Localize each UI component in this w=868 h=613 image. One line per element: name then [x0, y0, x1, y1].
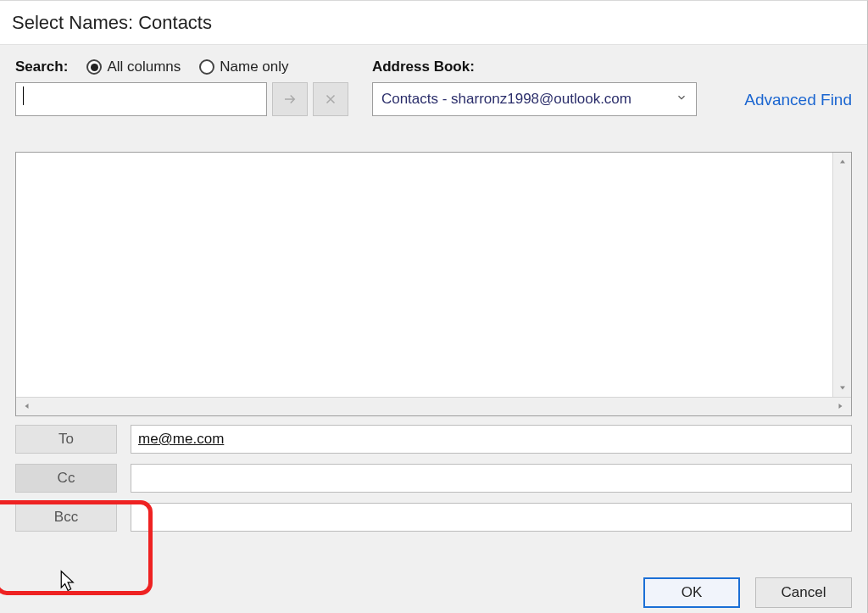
- dialog-title: Select Names: Contacts: [0, 1, 867, 45]
- radio-name-only-label: Name only: [220, 59, 288, 75]
- ok-button[interactable]: OK: [643, 577, 740, 608]
- close-icon: [323, 92, 338, 107]
- radio-dot-icon: [199, 59, 214, 75]
- bcc-button[interactable]: Bcc: [15, 503, 117, 532]
- chevron-down-icon: [676, 91, 687, 108]
- to-field[interactable]: me@me.com: [131, 425, 852, 454]
- search-input[interactable]: [15, 82, 267, 116]
- cc-button[interactable]: Cc: [15, 464, 117, 493]
- radio-dot-selected-icon: [86, 59, 102, 75]
- cc-button-label: Cc: [58, 470, 75, 487]
- horizontal-scrollbar[interactable]: [16, 397, 851, 415]
- arrow-right-icon: [282, 92, 298, 107]
- cancel-button-label: Cancel: [782, 584, 826, 601]
- radio-all-columns[interactable]: All columns: [86, 59, 181, 75]
- to-button[interactable]: To: [15, 425, 117, 454]
- cancel-button[interactable]: Cancel: [755, 577, 852, 608]
- scroll-up-icon[interactable]: [833, 153, 851, 171]
- to-button-label: To: [58, 431, 74, 448]
- address-book-selected: Contacts - sharronz1998@outlook.com: [381, 91, 632, 108]
- scroll-left-icon[interactable]: [16, 398, 38, 415]
- contacts-list[interactable]: [15, 152, 852, 416]
- vertical-scrollbar[interactable]: [832, 153, 851, 397]
- to-field-value: me@me.com: [138, 431, 224, 448]
- address-book-dropdown[interactable]: Contacts - sharronz1998@outlook.com: [372, 82, 697, 116]
- address-book-label: Address Book:: [372, 59, 475, 75]
- bcc-button-label: Bcc: [54, 509, 78, 526]
- ok-button-label: OK: [682, 584, 703, 601]
- clear-button[interactable]: [313, 82, 348, 116]
- advanced-find-link[interactable]: Advanced Find: [744, 91, 852, 116]
- radio-all-columns-label: All columns: [107, 59, 181, 75]
- go-button[interactable]: [272, 82, 308, 116]
- scroll-right-icon[interactable]: [829, 398, 851, 415]
- cc-field[interactable]: [131, 464, 852, 493]
- search-label: Search:: [15, 59, 68, 75]
- scroll-down-icon[interactable]: [833, 378, 851, 397]
- radio-name-only[interactable]: Name only: [199, 59, 288, 75]
- bcc-field[interactable]: [131, 503, 852, 532]
- select-names-dialog: Select Names: Contacts Search: All colum…: [0, 0, 868, 613]
